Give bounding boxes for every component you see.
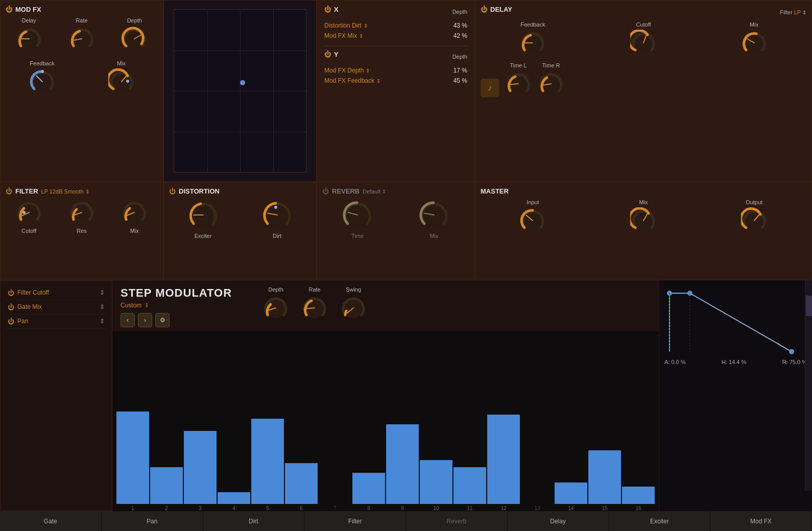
- modfx-feedback-knob[interactable]: [29, 68, 56, 95]
- distortion-dirt-label: Dirt: [273, 233, 281, 239]
- master-output-knob[interactable]: [741, 207, 768, 234]
- step-bars-area[interactable]: 12345678910111213141516: [112, 331, 659, 512]
- bar-col-4[interactable]: 4: [218, 409, 250, 511]
- bar-col-13[interactable]: 13: [521, 409, 554, 511]
- distortion-exciter-knob[interactable]: [187, 199, 219, 231]
- bar-8[interactable]: [352, 473, 385, 504]
- y-param-2-name[interactable]: Mod FX Feedback ⇕: [324, 77, 380, 84]
- reverb-preset: Default ⇕: [363, 188, 386, 195]
- reverb-time-label: Time: [351, 233, 364, 239]
- tab-delay[interactable]: Delay: [508, 512, 609, 531]
- modfx-rate-knob[interactable]: [68, 26, 95, 52]
- tab-gate[interactable]: Gate: [0, 512, 102, 531]
- x-power-icon[interactable]: ⏻: [324, 6, 331, 13]
- bar-col-14[interactable]: 14: [555, 409, 587, 511]
- step-mod-prev-btn[interactable]: ‹: [121, 313, 135, 327]
- step-rate-knob[interactable]: [301, 295, 328, 321]
- step-swing-knob[interactable]: [340, 295, 367, 321]
- filter-mix-knob[interactable]: [121, 199, 148, 226]
- bar-1[interactable]: [116, 412, 149, 504]
- master-input-knob[interactable]: [519, 207, 546, 234]
- step-depth-knob[interactable]: [262, 295, 289, 321]
- delay-power-icon[interactable]: ⏻: [481, 6, 487, 13]
- tab-filter[interactable]: Filter: [304, 512, 406, 531]
- scrollbar-thumb[interactable]: [806, 296, 812, 316]
- modfx-delay-knob-container: Delay: [16, 17, 42, 52]
- modfx-depth-knob[interactable]: [121, 26, 148, 52]
- modfx-power-icon[interactable]: ⏻: [6, 6, 12, 13]
- sidebar-gate-mix-label: ⏻ Gate Mix: [8, 303, 42, 311]
- y-power-icon[interactable]: ⏻: [324, 51, 331, 58]
- bar-col-11[interactable]: 11: [453, 409, 486, 511]
- envelope-scrollbar[interactable]: [805, 280, 812, 491]
- filter-cutoff-knob[interactable]: [16, 199, 42, 226]
- sidebar-filter-power[interactable]: ⏻: [8, 289, 14, 297]
- bar-col-16[interactable]: 16: [622, 409, 655, 511]
- bar-col-1[interactable]: 1: [116, 409, 149, 511]
- bar-col-10[interactable]: 10: [420, 409, 452, 511]
- bar-12[interactable]: [487, 415, 520, 504]
- tab-reverb[interactable]: Reverb: [406, 512, 508, 531]
- delay-timel-knob[interactable]: [505, 70, 532, 97]
- reverb-time-knob[interactable]: [342, 199, 373, 231]
- reverb-power-icon[interactable]: ⏻: [322, 187, 329, 195]
- reverb-panel: ⏻ REVERB Default ⇕ Time: [317, 182, 475, 280]
- modfx-mix-knob[interactable]: [108, 68, 135, 95]
- bar-col-15[interactable]: 15: [588, 409, 621, 511]
- xy-grid[interactable]: [174, 9, 306, 173]
- bar-3[interactable]: [184, 431, 217, 504]
- distortion-power-icon[interactable]: ⏻: [169, 187, 176, 195]
- bar-col-6[interactable]: 6: [285, 409, 318, 511]
- tab-mod-fx[interactable]: Mod FX: [710, 512, 812, 531]
- step-mod-preset-arrow[interactable]: ⇕: [145, 302, 149, 308]
- bar-col-7[interactable]: 7: [319, 409, 351, 511]
- sidebar-gate-power[interactable]: ⏻: [8, 303, 14, 311]
- bar-col-2[interactable]: 2: [150, 409, 183, 511]
- delay-mix-knob[interactable]: [741, 30, 768, 56]
- bar-col-5[interactable]: 5: [251, 409, 284, 511]
- delay-filter-arrow[interactable]: ⇕: [802, 10, 806, 15]
- filter-power-icon[interactable]: ⏻: [6, 187, 12, 195]
- master-mix-knob[interactable]: [630, 207, 657, 234]
- filter-res-knob[interactable]: [68, 199, 95, 226]
- bar-col-12[interactable]: 12: [487, 409, 520, 511]
- bar-15[interactable]: [588, 450, 621, 504]
- delay-timer-knob[interactable]: [538, 70, 564, 97]
- bar-4[interactable]: [218, 492, 250, 504]
- delay-feedback-knob[interactable]: [519, 30, 546, 56]
- distortion-dirt-knob[interactable]: [261, 199, 293, 231]
- bar-2[interactable]: [150, 467, 183, 504]
- sidebar-pan-power[interactable]: ⏻: [8, 318, 14, 325]
- modfx-delay-knob[interactable]: [16, 26, 42, 52]
- master-title: MASTER: [481, 187, 806, 195]
- filter-res-label: Res: [77, 228, 87, 234]
- bar-col-3[interactable]: 3: [184, 409, 217, 511]
- bar-9[interactable]: [386, 424, 419, 504]
- reverb-mix-knob[interactable]: [418, 199, 450, 231]
- bar-10[interactable]: [420, 460, 452, 504]
- step-mod-settings-btn[interactable]: ⚙: [155, 313, 170, 327]
- tab-pan[interactable]: Pan: [102, 512, 203, 531]
- delay-cutoff-knob[interactable]: [630, 30, 657, 56]
- step-mod-next-btn[interactable]: ›: [138, 313, 152, 327]
- distortion-dirt-knob-container: Dirt: [261, 199, 293, 239]
- x-param-2-name[interactable]: Mod FX Mix ⇕: [324, 32, 363, 39]
- sidebar-item-gate-mix[interactable]: ⏻ Gate Mix ⇕: [6, 300, 107, 315]
- bar-col-9[interactable]: 9: [386, 409, 419, 511]
- bar-14[interactable]: [555, 482, 587, 504]
- xy-pad-panel[interactable]: [163, 0, 317, 182]
- music-note-button[interactable]: ♪: [481, 79, 499, 97]
- bar-16[interactable]: [622, 487, 655, 504]
- sidebar-item-pan[interactable]: ⏻ Pan ⇕: [6, 315, 107, 329]
- bar-col-8[interactable]: 8: [352, 409, 385, 511]
- tab-exciter[interactable]: Exciter: [609, 512, 711, 531]
- svg-point-32: [274, 206, 277, 209]
- sidebar-item-filter-cutoff[interactable]: ⏻ Filter Cutoff ⇕: [6, 286, 107, 300]
- y-param-1-name[interactable]: Mod FX Depth ⇕: [324, 67, 370, 74]
- bar-5[interactable]: [251, 419, 284, 504]
- tab-dirt[interactable]: Dirt: [203, 512, 305, 531]
- x-param-1-name[interactable]: Distortion Dirt ⇕: [324, 22, 368, 29]
- bar-6[interactable]: [285, 463, 318, 504]
- bar-11[interactable]: [453, 467, 486, 504]
- bar-num-3: 3: [199, 504, 202, 511]
